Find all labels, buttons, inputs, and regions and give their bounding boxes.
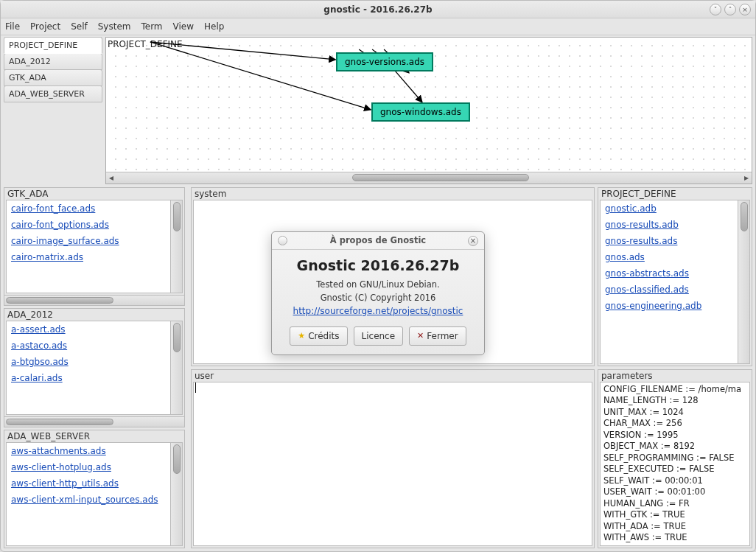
minimize-button[interactable]: ˅ — [710, 4, 721, 15]
panel-user: user — [191, 369, 595, 548]
tab-gtk-ada[interactable]: GTK_ADA — [4, 69, 102, 86]
hscrollbar[interactable] — [4, 416, 184, 427]
panel-ada-web-server: ADA_WEB_SERVER aws-attachments.ads aws-c… — [4, 430, 185, 548]
menu-view[interactable]: View — [173, 21, 194, 32]
about-titlebar: À propos de Gnostic × — [272, 232, 484, 250]
param-line: OBJECT_MAX := 8192 — [603, 441, 746, 453]
close-button[interactable]: ✕ Fermer — [409, 326, 466, 346]
param-line: WITH_ADA := TRUE — [603, 521, 746, 533]
menu-system[interactable]: System — [98, 21, 131, 32]
panel-ada-2012: ADA_2012 a-assert.ads a-astaco.ads a-btg… — [4, 308, 185, 427]
tab-ada-web-server[interactable]: ADA_WEB_SERVER — [4, 85, 102, 102]
close-label: Fermer — [427, 331, 458, 341]
param-line: VERSION := 1995 — [603, 430, 746, 441]
param-line: USER_WAIT := 00:01:00 — [603, 486, 746, 498]
param-line: HUMAN_LANG := FR — [603, 498, 746, 510]
text-cursor — [195, 382, 196, 393]
panel-project-define: PROJECT_DEFINE gnostic.adb gnos-results.… — [598, 187, 752, 366]
file-link[interactable]: aws-client-http_utils.ads — [11, 478, 178, 489]
star-icon: ★ — [298, 331, 305, 340]
hscrollbar[interactable] — [4, 295, 184, 305]
panel-title: user — [192, 370, 594, 382]
file-link[interactable]: gnos-abstracts.ads — [605, 268, 745, 279]
licence-button[interactable]: Licence — [354, 326, 404, 346]
about-copyright: Gnostic (C) Copyright 2016 — [281, 293, 475, 303]
vscrollbar[interactable] — [170, 321, 182, 413]
param-line: SELF_EXECUTED := FALSE — [603, 464, 746, 475]
panel-title: GTK_ADA — [4, 188, 184, 200]
about-menu-icon[interactable] — [278, 236, 287, 245]
menubar: File Project Self System Term View Help — [1, 18, 755, 35]
file-link[interactable]: gnostic.adb — [605, 203, 745, 214]
param-line: WITH_AWS := TRUE — [603, 532, 746, 544]
about-dialog: À propos de Gnostic × Gnostic 2016.26.27… — [271, 231, 485, 355]
file-link[interactable]: cairo-font_face.ads — [11, 203, 178, 214]
parameters-list: CONFIG_FILENAME := /home/ma NAME_LENGTH … — [600, 382, 750, 546]
menu-file[interactable]: File — [5, 21, 20, 32]
panel-title: system — [192, 188, 594, 200]
main-window: gnostic - 2016.26.27b ˅ ˄ × File Project… — [0, 0, 756, 552]
param-line: CONFIG_FILENAME := /home/ma — [603, 384, 746, 396]
about-title: À propos de Gnostic — [330, 235, 426, 245]
about-line: Tested on GNU/Linux Debian. — [281, 279, 475, 290]
scroll-left-icon[interactable]: ◂ — [106, 172, 116, 183]
file-link[interactable]: aws-client-hotplug.ads — [11, 462, 178, 472]
panel-title: parameters — [598, 370, 752, 382]
param-line: SELF_WAIT := 00:00:01 — [603, 475, 746, 487]
param-line: UNIT_MAX := 1024 — [603, 407, 746, 419]
maximize-button[interactable]: ˄ — [724, 4, 736, 15]
titlebar: gnostic - 2016.26.27b ˅ ˄ × — [1, 1, 755, 18]
menu-project[interactable]: Project — [30, 21, 60, 32]
param-line: NAME_LENGTH := 128 — [603, 395, 746, 407]
file-link[interactable]: gnos-results.ads — [605, 236, 745, 246]
panel-title: PROJECT_DEFINE — [598, 188, 752, 200]
credits-button[interactable]: ★ Crédits — [290, 326, 347, 346]
file-link[interactable]: gnos-results.adb — [605, 220, 745, 230]
scroll-thumb[interactable] — [352, 174, 529, 181]
user-input[interactable] — [193, 382, 592, 546]
licence-label: Licence — [362, 331, 396, 341]
tab-ada-2012[interactable]: ADA_2012 — [4, 53, 102, 70]
param-line: WITH_GTK := TRUE — [603, 509, 746, 521]
panel-title: ADA_WEB_SERVER — [4, 430, 184, 442]
vscrollbar[interactable] — [738, 200, 749, 363]
credits-label: Crédits — [308, 331, 339, 341]
about-link[interactable]: http://sourceforge.net/projects/gnostic — [293, 306, 463, 316]
panel-gtk-ada: GTK_ADA cairo-font_face.ads cairo-font_o… — [4, 187, 185, 306]
canvas-hscrollbar[interactable]: ◂ ▸ — [106, 172, 752, 184]
about-close-icon[interactable]: × — [468, 236, 478, 246]
left-panels: GTK_ADA cairo-font_face.ads cairo-font_o… — [4, 187, 185, 548]
file-link[interactable]: a-astaco.ads — [11, 340, 178, 351]
content-area: PROJECT_DEFINE ADA_2012 GTK_ADA ADA_WEB_… — [1, 35, 755, 551]
file-link[interactable]: aws-client-xml-input_sources.ads — [11, 495, 178, 505]
file-link[interactable]: cairo-image_surface.ads — [11, 236, 178, 246]
file-link[interactable]: a-btgbso.ads — [11, 357, 178, 367]
canvas-title: PROJECT_DEFINE — [108, 39, 183, 49]
vscrollbar[interactable] — [170, 200, 182, 293]
file-link[interactable]: gnos-classified.ads — [605, 284, 745, 295]
param-line: SELF_PROGRAMMING := FALSE — [603, 453, 746, 464]
file-link[interactable]: a-assert.ads — [11, 324, 178, 335]
graph-canvas[interactable]: PROJECT_DEFINE gnos-versions.ads gnos-wi… — [105, 37, 752, 184]
vscrollbar[interactable] — [170, 443, 182, 545]
close-window-button[interactable]: × — [739, 4, 751, 15]
file-link[interactable]: cairo-matrix.ads — [11, 252, 178, 262]
close-icon: ✕ — [417, 331, 424, 340]
menu-term[interactable]: Term — [141, 21, 162, 32]
tab-project-define[interactable]: PROJECT_DEFINE — [4, 37, 102, 54]
file-link[interactable]: a-calari.ads — [11, 373, 178, 383]
file-link[interactable]: cairo-font_options.ads — [11, 220, 178, 230]
file-link[interactable]: gnos-engineering.adb — [605, 301, 745, 311]
panel-title: ADA_2012 — [4, 309, 184, 321]
menu-help[interactable]: Help — [204, 21, 224, 32]
param-line: CHAR_MAX := 256 — [603, 418, 746, 430]
graph-node[interactable]: gnos-windows.ads — [371, 102, 470, 122]
scroll-right-icon[interactable]: ▸ — [741, 172, 752, 183]
about-heading: Gnostic 2016.26.27b — [281, 257, 475, 273]
graph-node[interactable]: gnos-versions.ads — [336, 52, 433, 71]
file-link[interactable]: aws-attachments.ads — [11, 446, 178, 456]
panel-parameters: parameters CONFIG_FILENAME := /home/ma N… — [598, 369, 752, 548]
menu-self[interactable]: Self — [71, 21, 88, 32]
project-tabs: PROJECT_DEFINE ADA_2012 GTK_ADA ADA_WEB_… — [4, 37, 102, 184]
file-link[interactable]: gnos.ads — [605, 252, 745, 262]
